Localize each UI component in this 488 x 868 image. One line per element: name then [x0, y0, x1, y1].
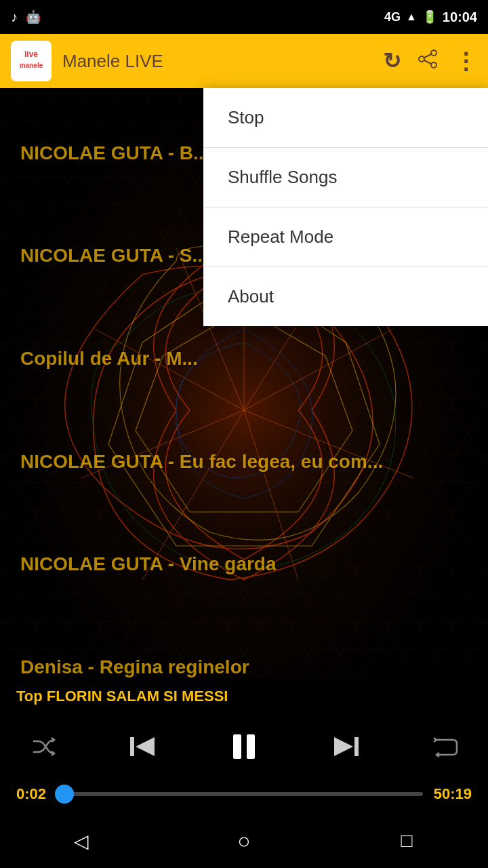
current-time: 0:02: [16, 785, 46, 803]
svg-point-3: [431, 50, 436, 56]
battery-icon: 🔋: [422, 9, 437, 24]
svg-point-5: [431, 62, 436, 68]
back-button[interactable]: ◁: [54, 814, 108, 868]
status-bar-right: 4G ▲ 🔋 10:04: [384, 9, 477, 25]
app-title: Manele LIVE: [62, 51, 383, 72]
share-button[interactable]: [418, 49, 438, 74]
total-time: 50:19: [434, 785, 472, 803]
svg-line-6: [424, 54, 431, 58]
svg-line-7: [424, 60, 431, 64]
list-item[interactable]: Copilul de Aur - M...: [0, 336, 488, 382]
svg-rect-18: [130, 737, 134, 756]
home-button[interactable]: ○: [217, 814, 271, 868]
svg-rect-21: [247, 734, 255, 759]
prev-button[interactable]: [122, 726, 163, 767]
player-bar: Top FLORIN SALAM SI MESSI: [0, 678, 488, 814]
app-bar-actions: ↻ ⋮: [383, 47, 477, 75]
progress-bar[interactable]: [57, 792, 423, 796]
status-bar-left: ♪ 🤖: [11, 9, 41, 25]
svg-marker-19: [136, 737, 155, 756]
repeat-button[interactable]: [424, 726, 465, 767]
svg-rect-20: [233, 734, 241, 759]
progress-dot[interactable]: [55, 785, 74, 804]
svg-point-4: [419, 56, 424, 62]
svg-text:manele: manele: [20, 62, 43, 69]
music-note-icon: ♪: [11, 9, 18, 25]
svg-rect-22: [354, 737, 359, 756]
player-time-row: 0:02 50:19: [16, 785, 472, 803]
pause-button[interactable]: [220, 723, 268, 770]
svg-marker-23: [334, 737, 353, 756]
refresh-button[interactable]: ↻: [383, 48, 401, 74]
list-item[interactable]: NICOLAE GUTA - Vine garda: [0, 541, 488, 587]
nav-bar: ◁ ○ □: [0, 814, 488, 868]
app-logo: live manele: [11, 41, 52, 81]
list-item[interactable]: NICOLAE GUTA - Eu fac legea, eu com...: [0, 439, 488, 485]
svg-rect-0: [12, 42, 50, 80]
dropdown-item-about[interactable]: About: [203, 267, 488, 326]
status-time: 10:04: [443, 9, 477, 25]
signal-icon: ▲: [406, 11, 417, 23]
svg-text:live: live: [24, 50, 38, 59]
shuffle-button[interactable]: [23, 726, 64, 767]
player-controls: [16, 723, 472, 770]
dropdown-item-shuffle[interactable]: Shuffle Songs: [203, 148, 488, 208]
next-button[interactable]: [326, 726, 367, 767]
dropdown-item-repeat[interactable]: Repeat Mode: [203, 208, 488, 267]
status-bar: ♪ 🤖 4G ▲ 🔋 10:04: [0, 0, 488, 34]
recent-button[interactable]: □: [380, 814, 434, 868]
android-icon: 🤖: [26, 9, 41, 24]
player-song-title: Top FLORIN SALAM SI MESSI: [16, 688, 472, 705]
app-bar: live manele Manele LIVE ↻ ⋮: [0, 34, 488, 88]
more-button[interactable]: ⋮: [454, 47, 477, 75]
dropdown-menu: Stop Shuffle Songs Repeat Mode About: [203, 88, 488, 326]
signal-label: 4G: [384, 10, 401, 24]
dropdown-item-stop[interactable]: Stop: [203, 88, 488, 148]
